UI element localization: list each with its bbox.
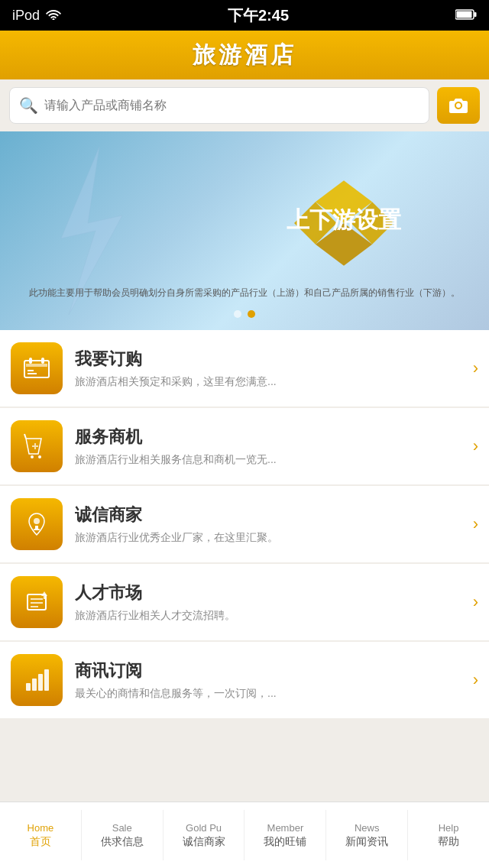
banner-diamond: 上下游设置 xyxy=(244,170,443,277)
menu-item-merchant[interactable]: 诚信商家 旅游酒店行业优秀企业厂家，在这里汇聚。 › xyxy=(0,486,489,562)
arrow-icon-order: › xyxy=(473,358,478,378)
svg-rect-14 xyxy=(41,358,44,364)
tab-member-label-zh: 我的旺铺 xyxy=(264,835,306,849)
tab-help[interactable]: Help 帮助 xyxy=(408,802,489,868)
camera-button[interactable] xyxy=(437,87,480,124)
svg-rect-3 xyxy=(474,12,477,17)
svg-rect-23 xyxy=(26,683,31,691)
menu-icon-service xyxy=(11,420,63,472)
battery-icon xyxy=(455,8,477,24)
menu-content-news: 商讯订阅 最关心的商情和信息服务等，一次订阅，... xyxy=(75,659,467,701)
search-icon: 🔍 xyxy=(19,96,38,115)
svg-text:上下游设置: 上下游设置 xyxy=(287,208,401,233)
menu-list: 我要订购 旅游酒店相关预定和采购，这里有您满意... › 服务商机 旅游酒店行业… xyxy=(0,330,489,718)
tab-bar: Home 首页 Sale 供求信息 Gold Pu 诚信商家 Member 我的… xyxy=(0,802,489,868)
svg-point-17 xyxy=(31,455,34,458)
tab-sale[interactable]: Sale 供求信息 xyxy=(82,802,163,868)
menu-desc-order: 旅游酒店相关预定和采购，这里有您满意... xyxy=(75,375,467,389)
svg-rect-22 xyxy=(28,594,46,610)
menu-title-merchant: 诚信商家 xyxy=(75,504,467,526)
menu-item-order[interactable]: 我要订购 旅游酒店相关预定和采购，这里有您满意... › xyxy=(0,330,489,406)
menu-desc-service: 旅游酒店行业相关服务信息和商机一览无... xyxy=(75,453,467,467)
svg-rect-12 xyxy=(26,364,47,367)
svg-point-0 xyxy=(53,18,55,20)
menu-title-talent: 人才市场 xyxy=(75,581,467,604)
svg-rect-21 xyxy=(35,526,38,530)
tab-home-label-en: Home xyxy=(28,822,54,834)
menu-item-news[interactable]: 商讯订阅 最关心的商情和信息服务等，一次订阅，... › xyxy=(0,642,489,718)
menu-icon-order xyxy=(11,342,63,394)
menu-desc-news: 最关心的商情和信息服务等，一次订阅，... xyxy=(75,687,467,701)
menu-desc-talent: 旅游酒店行业相关人才交流招聘。 xyxy=(75,609,467,623)
svg-rect-26 xyxy=(44,669,49,691)
wifi-icon xyxy=(46,8,61,24)
arrow-icon-service: › xyxy=(473,436,478,456)
search-input-wrap[interactable]: 🔍 xyxy=(9,87,429,124)
tab-member-label-en: Member xyxy=(267,822,304,834)
search-input[interactable] xyxy=(44,99,419,112)
menu-item-service[interactable]: 服务商机 旅游酒店行业相关服务信息和商机一览无... › xyxy=(0,408,489,484)
app-header: 旅游酒店 xyxy=(0,31,489,79)
menu-icon-talent xyxy=(11,576,63,628)
tab-member[interactable]: Member 我的旺铺 xyxy=(244,802,325,868)
menu-title-service: 服务商机 xyxy=(75,426,467,449)
tab-help-label-zh: 帮助 xyxy=(438,835,459,849)
menu-content-service: 服务商机 旅游酒店行业相关服务信息和商机一览无... xyxy=(75,426,467,467)
menu-title-order: 我要订购 xyxy=(75,348,467,371)
tab-news[interactable]: News 新闻资讯 xyxy=(326,802,407,868)
status-left: iPod xyxy=(12,8,61,24)
menu-content-talent: 人才市场 旅游酒店行业相关人才交流招聘。 xyxy=(75,581,467,623)
svg-rect-25 xyxy=(38,674,43,691)
banner: 上下游设置 此功能主要用于帮助会员明确划分自身所需采购的产品行业（上游）和自己产… xyxy=(0,131,489,330)
menu-icon-merchant xyxy=(11,498,63,550)
svg-point-19 xyxy=(34,518,40,524)
tab-news-label-en: News xyxy=(355,822,380,834)
menu-content-merchant: 诚信商家 旅游酒店行业优秀企业厂家，在这里汇聚。 xyxy=(75,504,467,545)
banner-subtext: 此功能主要用于帮助会员明确划分自身所需采购的产品行业（上游）和自己产品所属的销售… xyxy=(0,286,489,300)
status-right xyxy=(455,8,477,24)
tab-sale-label-zh: 供求信息 xyxy=(101,835,144,849)
svg-rect-13 xyxy=(29,358,32,364)
arrow-icon-news: › xyxy=(473,670,478,690)
app-title: 旅游酒店 xyxy=(193,40,296,71)
tab-help-label-en: Help xyxy=(439,822,459,834)
dot-2 xyxy=(248,310,255,318)
device-label: iPod xyxy=(12,8,40,24)
banner-dots xyxy=(0,310,489,318)
tab-home[interactable]: Home 首页 xyxy=(0,802,81,868)
menu-content-order: 我要订购 旅游酒店相关预定和采购，这里有您满意... xyxy=(75,348,467,389)
tab-goldpu-label-en: Gold Pu xyxy=(186,822,222,834)
menu-item-talent[interactable]: 人才市场 旅游酒店行业相关人才交流招聘。 › xyxy=(0,564,489,640)
tab-home-label-zh: 首页 xyxy=(30,835,51,849)
svg-rect-24 xyxy=(32,679,37,691)
status-bar: iPod 下午2:45 xyxy=(0,0,489,31)
svg-rect-15 xyxy=(28,370,34,371)
tab-news-label-zh: 新闻资讯 xyxy=(345,835,388,849)
menu-desc-merchant: 旅游酒店行业优秀企业厂家，在这里汇聚。 xyxy=(75,531,467,545)
menu-title-news: 商讯订阅 xyxy=(75,659,467,682)
svg-point-4 xyxy=(456,103,461,108)
dot-1 xyxy=(234,310,241,318)
svg-rect-16 xyxy=(28,373,37,374)
tab-goldpu[interactable]: Gold Pu 诚信商家 xyxy=(164,802,244,868)
status-time: 下午2:45 xyxy=(228,5,289,26)
search-bar: 🔍 xyxy=(0,79,489,131)
tab-sale-label-en: Sale xyxy=(112,822,132,834)
svg-point-18 xyxy=(38,455,41,458)
menu-icon-news xyxy=(11,654,63,706)
tab-goldpu-label-zh: 诚信商家 xyxy=(183,835,225,849)
arrow-icon-talent: › xyxy=(473,592,478,612)
arrow-icon-merchant: › xyxy=(473,514,478,534)
svg-rect-11 xyxy=(24,361,49,377)
svg-rect-2 xyxy=(457,11,472,18)
